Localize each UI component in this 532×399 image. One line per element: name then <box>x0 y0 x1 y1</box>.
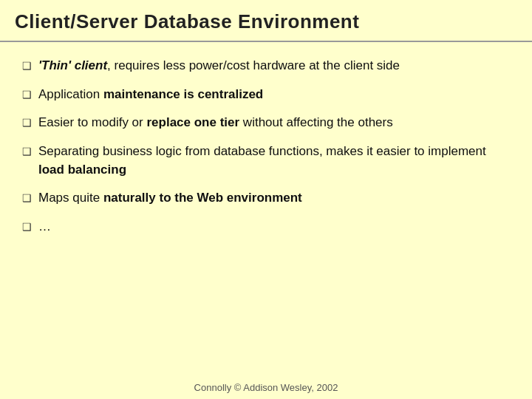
bullet-text-3: Easier to modify or replace one tier wit… <box>38 114 510 132</box>
bullet-text-4: Separating business logic from database … <box>38 143 510 179</box>
bullet-text-5: Maps quite naturally to the Web environm… <box>38 189 510 208</box>
bullet-6-part-1: … <box>38 219 51 233</box>
bullet-3-part-2: replace one tier <box>146 115 239 129</box>
bullet-2-part-1: Application <box>38 87 103 101</box>
bullet-3-part-3: without affecting the others <box>239 115 393 129</box>
slide-footer: Connolly © Addison Wesley, 2002 <box>0 376 532 399</box>
bullet-4-part-1: Separating business logic from database … <box>38 144 486 158</box>
bullet-icon-4: ❑ <box>22 144 38 159</box>
bullet-5-part-2: naturally to the Web environment <box>103 191 302 205</box>
bullet-5-part-1: Maps quite <box>38 191 103 205</box>
bullet-item-3: ❑ Easier to modify or replace one tier w… <box>22 114 510 132</box>
bullet-icon-3: ❑ <box>22 115 38 130</box>
bullet-2-part-2: maintenance is centralized <box>103 87 263 101</box>
bullet-item-5: ❑ Maps quite naturally to the Web enviro… <box>22 189 510 208</box>
slide-title: Client/Server Database Environment <box>15 10 517 33</box>
slide-header: Client/Server Database Environment <box>0 0 532 42</box>
bullet-icon-5: ❑ <box>22 191 38 205</box>
bullet-text-1: 'Thin' client, requires less power/cost … <box>38 57 510 75</box>
bullet-item-4: ❑ Separating business logic from databas… <box>22 143 510 179</box>
bullet-icon-6: ❑ <box>22 219 38 234</box>
bullet-1-part-2: , requires less power/cost hardware at t… <box>107 58 400 72</box>
bullet-text-2: Application maintenance is centralized <box>38 86 510 104</box>
bullet-item-1: ❑ 'Thin' client, requires less power/cos… <box>22 57 510 75</box>
bullet-item-6: ❑ … <box>22 218 510 236</box>
bullet-1-part-1: 'Thin' client <box>38 58 107 72</box>
footer-text: Connolly © Addison Wesley, 2002 <box>194 382 338 393</box>
slide-container: Client/Server Database Environment ❑ 'Th… <box>0 0 532 399</box>
bullet-4-part-2: load balancing <box>38 163 126 177</box>
bullet-3-part-1: Easier to modify or <box>38 115 146 129</box>
bullet-icon-1: ❑ <box>22 58 38 73</box>
bullet-text-6: … <box>38 218 510 236</box>
bullet-icon-2: ❑ <box>22 87 38 102</box>
bullet-item-2: ❑ Application maintenance is centralized <box>22 86 510 104</box>
slide-content: ❑ 'Thin' client, requires less power/cos… <box>0 42 532 376</box>
